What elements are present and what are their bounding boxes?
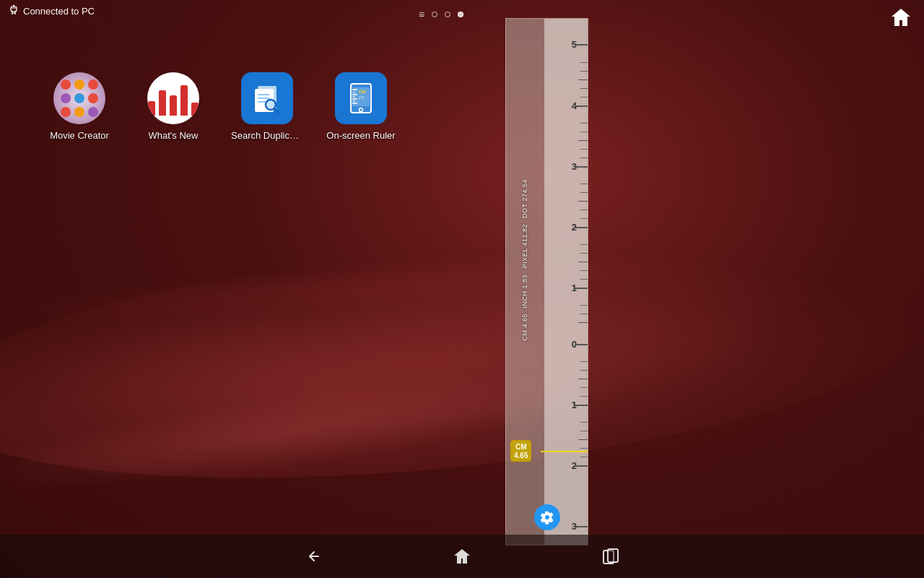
tick-minor-24 [580,431,588,431]
tick-med-3 [578,201,588,202]
connected-text: Connected to PC [23,6,95,17]
tick-minor-7 [580,149,588,150]
ruler-inner: DOT 274.54 PIXEL 411.82 INCH 1.83 CM 4.6… [506,19,588,545]
tick-med-4 [578,262,588,262]
ruler-scale: 5 4 3 [544,19,588,545]
cm-badge: CM4.65 [510,440,531,462]
app-icon-ruler[interactable]: CM 2.5 On-screen Ruler [325,72,397,141]
tick-1b [575,405,588,406]
svg-text:2.5: 2.5 [359,95,364,100]
tick-minor-11 [580,210,588,210]
tick-minor-2 [580,71,588,72]
svg-line-8 [274,108,279,113]
ruler-app-icon: CM 2.5 [335,72,387,124]
tick-1 [575,288,588,289]
recents-button[interactable] [601,547,620,566]
ruler-labels: DOT 274.54 PIXEL 411.82 INCH 1.83 CM 4.6… [506,19,544,501]
tick-med-5 [578,322,588,323]
search-duplicate-label: Search Duplicate Fi [231,130,303,141]
tick-minor-12 [580,218,588,219]
tick-minor-4 [580,97,588,98]
movie-creator-icon [53,72,105,124]
whats-new-icon [147,72,199,124]
app-icon-whats-new[interactable]: What's New [137,72,209,141]
movie-creator-dots [53,72,105,124]
tick-4 [575,105,588,107]
tick-minor-16 [580,279,588,280]
tick-minor-22 [580,396,588,397]
svg-point-0 [12,13,13,14]
tick-2 [575,227,588,228]
tick-minor-18 [580,314,588,314]
status-bar-left: Connected to PC [9,4,95,18]
ruler-app-label: On-screen Ruler [326,130,395,141]
menu-icon[interactable]: ≡ [419,9,424,20]
tick-minor-3 [580,88,588,89]
tick-minor-15 [580,270,588,271]
pixel-label: PIXEL 411.82 [521,224,528,268]
ruler-marker-line [541,451,588,452]
svg-rect-24 [608,549,618,562]
svg-point-1 [14,13,16,14]
nav-dot-3[interactable] [458,12,463,17]
tick-minor-19 [580,361,588,362]
tick-med-6 [578,379,588,379]
movie-creator-label: Movie Creator [50,130,109,141]
ruler-widget[interactable]: DOT 274.54 PIXEL 411.82 INCH 1.83 CM 4.6… [505,18,588,545]
tick-minor-26 [580,457,588,457]
home-button-top[interactable] [889,6,912,34]
tick-minor-21 [580,387,588,388]
tick-minor-20 [580,370,588,371]
cm-label: CM 4.65 [521,314,528,341]
nav-dot-2[interactable] [445,12,450,17]
tick-minor-13 [580,244,588,245]
tick-minor-1 [580,62,588,63]
inch-label: INCH 1.83 [521,275,528,309]
tick-med-2 [578,140,588,141]
tick-minor-14 [580,253,588,254]
tick-3 [575,166,588,168]
dot-label: DOT 274.54 [521,179,528,218]
whats-new-bars [147,72,199,124]
cm-badge-text: CM4.65 [514,443,528,460]
ruler-settings-button[interactable] [534,504,560,530]
nav-dots: ≡ [419,9,463,20]
nav-dot-1[interactable] [432,12,437,17]
tick-minor-9 [580,184,588,184]
tick-minor-17 [580,305,588,306]
bottom-nav [0,535,924,578]
tick-med-1 [578,79,588,80]
tick-minor-6 [580,131,588,132]
tick-minor-8 [580,158,588,158]
svg-point-9 [267,101,275,109]
tick-minor-5 [580,123,588,124]
tick-2b [575,465,588,467]
usb-icon [9,4,19,18]
back-button[interactable] [304,547,323,566]
search-duplicate-icon [241,72,293,124]
tick-minor-23 [580,422,588,423]
app-icon-search-duplicate[interactable]: Search Duplicate Fi [231,72,303,141]
whats-new-label: What's New [149,130,199,141]
app-grid: Movie Creator What's New [43,72,397,141]
tick-0 [575,344,588,345]
tick-5-top [575,44,588,46]
tick-minor-25 [580,448,588,449]
tick-3b [575,526,588,527]
app-icon-movie-creator[interactable]: Movie Creator [43,72,116,141]
tick-minor-10 [580,192,588,193]
tick-med-7 [578,439,588,440]
home-button-bottom[interactable] [453,547,471,566]
svg-text:CM: CM [359,90,365,94]
